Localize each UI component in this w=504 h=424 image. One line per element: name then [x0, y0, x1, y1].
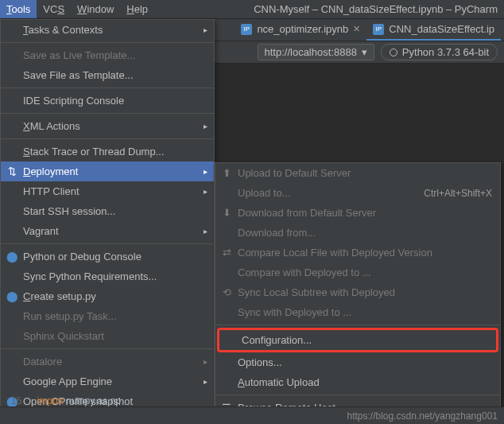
ipynb-icon: IP — [241, 24, 252, 35]
submenu-download-default: ⬇Download from Default Server — [215, 203, 500, 223]
window-title: CNN-Myself – CNN_dataSizeEffect.ipynb – … — [254, 3, 504, 15]
menu-deployment[interactable]: ⇅Deployment▸ — [1, 161, 214, 181]
menu-vagrant[interactable]: Vagrant▸ — [1, 221, 214, 241]
menu-xml-actions[interactable]: XML Actions▸ — [1, 116, 214, 136]
menu-http-client[interactable]: HTTP Client▸ — [1, 181, 214, 201]
compare-icon: ⇄ — [220, 247, 233, 259]
interpreter-selector[interactable]: Python 3.7.3 64-bit — [381, 44, 498, 60]
shortcut-label: Ctrl+Alt+Shift+X — [424, 188, 492, 199]
submenu-sync-with: Sync with Deployed to ... — [215, 302, 500, 322]
code-text: numpy as np — [64, 395, 121, 406]
sync-icon: ⟲ — [220, 286, 233, 298]
tools-menu-popup: Tasks & Contexts▸ Save as Live Template.… — [0, 19, 215, 412]
keyword: import — [37, 395, 64, 406]
menu-ide-scripting[interactable]: IDE Scripting Console — [1, 91, 214, 111]
menu-save-file-template[interactable]: Save File as Template... — [1, 65, 214, 85]
status-bar: https://blog.csdn.net/yangzhang001 — [0, 406, 504, 424]
server-url: http://localhost:8888 — [265, 46, 357, 58]
submenu-upload-to: Upload to...Ctrl+Alt+Shift+X — [215, 183, 500, 203]
chevron-right-icon: ▸ — [204, 227, 207, 235]
menu-tools[interactable]: Tools — [0, 0, 37, 18]
menu-sync-requirements[interactable]: Sync Python Requirements... — [1, 266, 214, 286]
menu-save-live-template: Save as Live Template... — [1, 45, 214, 65]
main-menubar: Tools VCS Window Help CNN-Myself – CNN_d… — [0, 0, 504, 19]
menu-sphinx: Sphinx Quickstart — [1, 326, 214, 346]
menu-start-ssh[interactable]: Start SSH session... — [1, 201, 214, 221]
separator — [1, 348, 214, 349]
separator — [215, 395, 500, 395]
submenu-sync-subtree: ⟲Sync Local Subtree with Deployed — [215, 282, 500, 302]
deploy-icon: ⇅ — [6, 165, 18, 177]
submenu-download-from: Download from... — [215, 223, 500, 243]
menu-run-setup: Run setup.py Task... — [1, 306, 214, 326]
submenu-automatic-upload[interactable]: Automatic Upload — [215, 372, 500, 392]
server-selector[interactable]: http://localhost:8888 ▾ — [258, 44, 374, 60]
chevron-right-icon: ▸ — [204, 357, 207, 366]
tab-optimizer[interactable]: IP nce_optimizer.ipynb ✕ — [235, 19, 366, 41]
upload-icon: ⬆ — [220, 167, 233, 179]
ipynb-icon: IP — [373, 24, 384, 35]
menu-create-setup[interactable]: ⬤Create setup.py — [1, 286, 214, 306]
chevron-right-icon: ▸ — [204, 25, 207, 34]
submenu-options[interactable]: Options... — [215, 352, 500, 372]
tab-label: nce_optimizer.ipynb — [257, 23, 348, 35]
chevron-right-icon: ▸ — [204, 122, 207, 130]
chevron-right-icon: ▸ — [204, 187, 207, 196]
close-icon[interactable]: ✕ — [353, 24, 360, 34]
line-number: 15 — [11, 395, 21, 406]
chevron-right-icon: ▸ — [204, 377, 207, 386]
watermark: https://blog.csdn.net/yangzhang001 — [347, 410, 498, 422]
separator — [1, 138, 214, 139]
submenu-configuration[interactable]: Configuration... — [219, 330, 496, 350]
python-icon: ⬤ — [6, 251, 18, 263]
editor-line: 15 import numpy as np — [11, 395, 121, 406]
submenu-compare-with: Compare with Deployed to ... — [215, 263, 500, 282]
separator — [215, 325, 500, 325]
tab-label: CNN_dataSizeEffect.ip — [389, 23, 494, 35]
menu-google-app-engine[interactable]: Google App Engine▸ — [1, 371, 214, 391]
chevron-down-icon: ▾ — [362, 46, 367, 58]
interpreter-label: Python 3.7.3 64-bit — [402, 46, 489, 58]
menu-help[interactable]: Help — [120, 0, 154, 18]
submenu-upload-default: ⬆Upload to Default Server — [215, 163, 500, 183]
chevron-right-icon: ▸ — [204, 167, 207, 176]
tab-datasize[interactable]: IP CNN_dataSizeEffect.ip — [366, 19, 501, 41]
highlight-annotation: Configuration... — [217, 328, 498, 352]
deployment-submenu: ⬆Upload to Default Server Upload to...Ct… — [215, 162, 501, 418]
menu-datalore: Datalore▸ — [1, 352, 214, 371]
menu-python-console[interactable]: ⬤Python or Debug Console — [1, 247, 214, 266]
menu-tasks-contexts[interactable]: Tasks & Contexts▸ — [1, 20, 214, 40]
separator — [1, 88, 214, 88]
circle-icon — [390, 49, 397, 56]
separator — [1, 113, 214, 114]
menu-stack-trace[interactable]: Stack Trace or Thread Dump... — [1, 142, 214, 161]
menu-window[interactable]: Window — [71, 0, 120, 18]
separator — [1, 243, 214, 244]
menu-vcs[interactable]: VCS — [37, 0, 71, 18]
submenu-compare-file: ⇄Compare Local File with Deployed Versio… — [215, 243, 500, 263]
download-icon: ⬇ — [220, 207, 233, 219]
separator — [1, 42, 214, 43]
python-icon: ⬤ — [6, 290, 18, 302]
